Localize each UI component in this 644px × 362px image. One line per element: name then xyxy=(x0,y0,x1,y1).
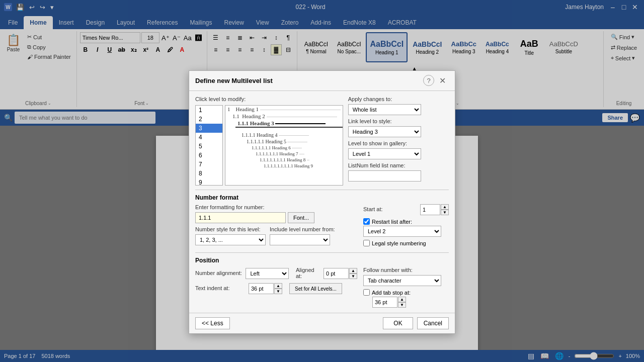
number-format-left: Enter formatting for number: Font... Num… xyxy=(195,204,357,248)
dialog-body: Click level to modify: 1 2 3 4 5 6 7 8 9 xyxy=(189,91,455,313)
dialog-title-bar: Define new Multilevel list ? ✕ xyxy=(189,71,455,91)
cancel-button[interactable]: Cancel xyxy=(417,317,449,329)
add-tab-row: Add tab stop at: ▲ ▼ xyxy=(363,289,449,308)
alignment-row: Number alignment: Left Center Right Alig… xyxy=(195,267,357,280)
level-6[interactable]: 6 xyxy=(196,151,222,160)
gallery-row: Level to show in gallery: Level 1 Level … xyxy=(348,140,469,159)
dialog-title-text: Define new Multilevel list xyxy=(195,77,273,84)
level-8[interactable]: 8 xyxy=(196,169,222,178)
click-level-label: Click level to modify: xyxy=(195,96,343,102)
aligned-at-down[interactable]: ▼ xyxy=(349,274,357,279)
preview-line-6: 1.1.1.1.1 Heading 5 xyxy=(245,138,343,145)
number-style-select[interactable]: 1, 2, 3, ... a, b, c, ... I, II, III, ..… xyxy=(195,234,266,245)
preview-area: 1 Heading 1 1.1 Heading 2 1.1.1 Heading … xyxy=(225,105,343,186)
level-5[interactable]: 5 xyxy=(196,142,222,151)
define-multilevel-dialog: Define new Multilevel list ? ✕ Click lev… xyxy=(189,70,455,334)
start-at-spinner[interactable]: ▲ ▼ xyxy=(441,204,449,215)
text-indent-up[interactable]: ▲ xyxy=(274,283,282,289)
apply-changes-select[interactable]: Whole list This point forward xyxy=(348,104,421,115)
position-section: Position Number alignment: Left Center R… xyxy=(195,252,449,308)
restart-select[interactable]: Level 1 Level 2 xyxy=(363,226,441,237)
start-at-input[interactable] xyxy=(420,204,440,215)
position-fields: Number alignment: Left Center Right Alig… xyxy=(195,267,449,308)
dialog-footer: << Less OK Cancel xyxy=(189,313,455,333)
preview-line-7: 1.1.1.1.1.1 Heading 6 xyxy=(250,145,343,151)
text-indent-input[interactable] xyxy=(249,283,274,294)
apply-changes-row: Apply changes to: Whole list This point … xyxy=(348,96,469,115)
preview-line-4 xyxy=(225,128,343,132)
preview-line-3: 1.1.1 Heading 3 xyxy=(235,120,343,128)
link-level-select[interactable]: Heading 1 Heading 2 Heading 3 Heading 4 xyxy=(348,126,421,137)
include-level-select[interactable] xyxy=(270,234,330,245)
dialog-left-panel: Click level to modify: 1 2 3 4 5 6 7 8 9 xyxy=(195,96,343,186)
preview-line-1: 1 Heading 1 xyxy=(225,106,343,113)
dialog-top-row: Click level to modify: 1 2 3 4 5 6 7 8 9 xyxy=(195,96,449,186)
follow-number-row: Follow number with: Tab character Space … xyxy=(363,267,449,286)
number-format-input[interactable] xyxy=(195,212,286,223)
aligned-at-up[interactable]: ▲ xyxy=(349,268,357,274)
listnum-row: ListNum field list name: xyxy=(348,162,469,182)
link-level-row: Link level to style: Heading 1 Heading 2… xyxy=(348,118,469,137)
add-tab-input[interactable] xyxy=(372,297,397,308)
restart-checkbox-label[interactable]: Restart list after: xyxy=(363,218,412,225)
preview-line-9: 1.1.1.1.1.1.1.1 Heading 8 xyxy=(258,157,343,163)
ok-button[interactable]: OK xyxy=(383,317,413,329)
gallery-select[interactable]: Level 1 Level 2 Level 3 xyxy=(348,148,421,159)
level-list: 1 2 3 4 5 6 7 8 9 xyxy=(195,105,223,186)
level-1[interactable]: 1 xyxy=(196,106,222,115)
aligned-at-label: Aligned at: xyxy=(296,267,320,279)
add-tab-checkbox-label[interactable]: Add tab stop at: xyxy=(363,289,449,296)
dialog-header-buttons: ? ✕ xyxy=(423,75,449,86)
add-tab-up[interactable]: ▲ xyxy=(398,297,406,302)
aligned-at-input[interactable] xyxy=(324,268,349,279)
link-level-label: Link level to style: xyxy=(348,118,469,124)
listnum-label: ListNum field list name: xyxy=(348,162,469,168)
position-left: Number alignment: Left Center Right Alig… xyxy=(195,267,357,308)
number-style-row: Number style for this level: 1, 2, 3, ..… xyxy=(195,226,266,245)
number-style-label: Number style for this level: xyxy=(195,226,266,232)
position-right: Follow number with: Tab character Space … xyxy=(363,267,449,308)
add-tab-down[interactable]: ▼ xyxy=(398,302,406,308)
enter-formatting-label: Enter formatting for number: xyxy=(195,204,357,210)
level-9[interactable]: 9 xyxy=(196,178,222,186)
number-format-title: Number format xyxy=(195,194,449,201)
aligned-at-spinner[interactable]: ▲ ▼ xyxy=(349,268,357,279)
level-2[interactable]: 2 xyxy=(196,115,222,124)
alignment-select[interactable]: Left Center Right xyxy=(246,268,289,279)
dialog-overlay: Define new Multilevel list ? ✕ Click lev… xyxy=(0,0,644,362)
start-at-label: Start at: xyxy=(363,206,383,212)
preview-line-8: 1.1.1.1.1.1.1 Heading 7 xyxy=(254,151,343,157)
text-indent-spinner[interactable]: ▲ ▼ xyxy=(274,283,282,294)
set-for-all-button[interactable]: Set for All Levels... xyxy=(289,283,342,294)
include-level-label: Include level number from: xyxy=(270,226,335,232)
follow-number-label: Follow number with: xyxy=(363,267,449,273)
text-indent-label: Text indent at: xyxy=(195,285,246,291)
follow-number-select[interactable]: Tab character Space Nothing xyxy=(363,275,441,286)
level-4[interactable]: 4 xyxy=(196,133,222,142)
position-title: Position xyxy=(195,257,449,264)
level-3[interactable]: 3 xyxy=(196,124,222,133)
number-format-right: Start at: ▲ ▼ xyxy=(363,204,449,246)
alignment-label: Number alignment: xyxy=(195,270,243,276)
gallery-label: Level to show in gallery: xyxy=(348,140,469,146)
add-tab-checkbox[interactable] xyxy=(363,289,370,296)
preview-line-10: 1.1.1.1.1.1.1.1.1 Heading 9 xyxy=(262,163,343,169)
dialog-help-button[interactable]: ? xyxy=(423,75,434,86)
start-at-row: Start at: ▲ ▼ xyxy=(363,204,449,215)
preview-line-5: 1.1.1.1 Heading 4 xyxy=(239,132,343,138)
add-tab-spinner[interactable]: ▲ ▼ xyxy=(398,297,406,308)
less-button[interactable]: << Less xyxy=(195,317,230,329)
dialog-close-button[interactable]: ✕ xyxy=(436,75,449,86)
text-indent-row: Text indent at: ▲ ▼ Set for All Levels..… xyxy=(195,283,357,294)
level-preview-row: 1 2 3 4 5 6 7 8 9 1 Heading 1 xyxy=(195,105,343,186)
legal-style-label[interactable]: Legal style numbering xyxy=(363,240,449,246)
font-button[interactable]: Font... xyxy=(288,212,314,223)
restart-checkbox[interactable] xyxy=(363,218,370,225)
level-7[interactable]: 7 xyxy=(196,160,222,169)
start-at-down[interactable]: ▼ xyxy=(441,210,449,215)
apply-changes-label: Apply changes to: xyxy=(348,96,469,102)
text-indent-down[interactable]: ▼ xyxy=(274,289,282,294)
legal-style-checkbox[interactable] xyxy=(363,240,370,246)
listnum-input[interactable] xyxy=(348,170,421,182)
start-at-up[interactable]: ▲ xyxy=(441,204,449,210)
